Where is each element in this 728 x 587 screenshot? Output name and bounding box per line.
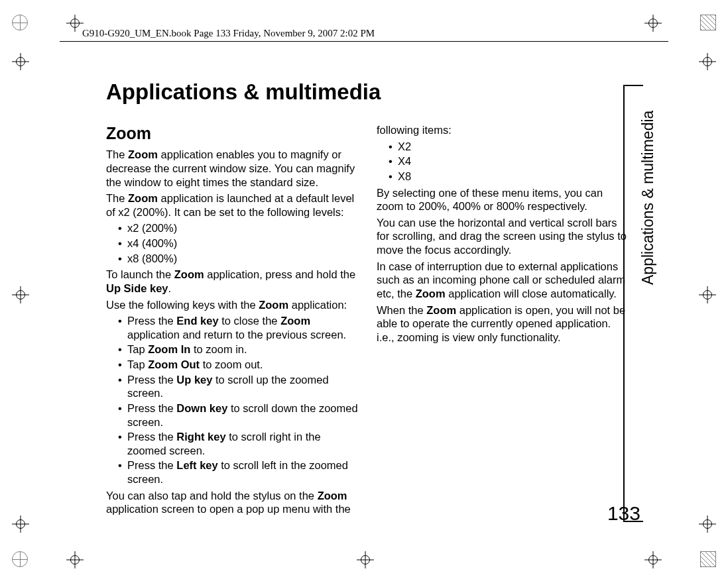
- header-rule: [60, 41, 668, 42]
- text-bold: Zoom: [128, 192, 158, 204]
- text: Press the: [127, 374, 176, 386]
- paragraph: When the Zoom application is open, you w…: [377, 303, 630, 345]
- section-heading: Zoom: [106, 123, 359, 144]
- list-item: Press the Left key to scroll left in the…: [118, 458, 359, 486]
- key-usage-list: Press the End key to close the Zoom appl…: [106, 314, 359, 486]
- text-bold: Zoom: [174, 268, 204, 280]
- list-item: X8: [389, 170, 630, 184]
- list-item: Tap Zoom In to zoom in.: [118, 343, 359, 356]
- text-bold: Zoom: [128, 148, 158, 160]
- crop-target-icon: [66, 551, 84, 568]
- crop-target-icon: [12, 53, 29, 70]
- text: The: [106, 192, 128, 204]
- text: Tap: [127, 358, 148, 370]
- list-item: x4 (400%): [118, 237, 359, 250]
- text: to close the: [219, 315, 281, 327]
- text: application, press and hold the: [204, 268, 355, 280]
- text-bold: Up Side key: [106, 282, 168, 294]
- text-bold: Zoom: [280, 315, 310, 327]
- list-item: Press the Up key to scroll up the zoomed…: [118, 373, 359, 400]
- chapter-title: Applications & multimedia: [106, 80, 630, 105]
- text: The: [106, 148, 128, 160]
- paragraph: The Zoom application is launched at a de…: [106, 191, 359, 219]
- crop-target-icon: [644, 551, 662, 568]
- color-patch-icon: [700, 551, 716, 567]
- paragraph: By selecting one of these menu items, yo…: [377, 186, 630, 213]
- text-bold: Zoom Out: [148, 358, 200, 370]
- text: Press the: [127, 315, 176, 327]
- text: application:: [288, 299, 347, 311]
- text: Press the: [127, 459, 176, 471]
- paragraph: To launch the Zoom application, press an…: [106, 268, 359, 295]
- list-item: Press the Down key to scroll down the zo…: [118, 401, 359, 429]
- running-header: G910-G920_UM_EN.book Page 133 Friday, No…: [80, 28, 377, 39]
- crop-target-icon: [699, 53, 716, 70]
- text-bold: Right key: [176, 431, 225, 443]
- text-bold: Down key: [176, 402, 227, 414]
- text: .: [168, 282, 172, 294]
- list-item: X2: [389, 140, 630, 154]
- text-bold: Zoom: [318, 490, 347, 502]
- text-bold: Zoom: [259, 299, 288, 311]
- text-bold: Up key: [176, 374, 212, 386]
- text: application will close automatically.: [446, 288, 617, 299]
- color-patch-icon: [700, 15, 716, 30]
- crop-target-icon: [699, 286, 716, 303]
- list-item: Tap Zoom Out to zoom out.: [118, 358, 359, 372]
- crop-target-icon: [12, 515, 29, 533]
- paragraph: In case of interruption due to external …: [377, 260, 630, 301]
- paragraph: You can use the horizontal and vertical …: [377, 216, 630, 257]
- text: to zoom out.: [200, 358, 263, 370]
- paragraph: The Zoom application enables you to magn…: [106, 148, 359, 189]
- text: When the: [377, 304, 426, 316]
- crop-target-icon: [12, 286, 29, 303]
- list-item: x2 (200%): [118, 221, 359, 235]
- crop-target-icon: [644, 15, 662, 32]
- text: Tap: [127, 343, 148, 355]
- text: To launch the: [106, 268, 174, 280]
- popup-menu-list: X2 X4 X8: [377, 140, 630, 184]
- text-bold: Zoom: [416, 288, 446, 299]
- crop-target-icon: [357, 551, 374, 568]
- text: Press the: [127, 431, 176, 443]
- side-tab-label: Applications & multimedia: [639, 111, 657, 285]
- text: to zoom in.: [190, 343, 247, 355]
- list-item: Press the Right key to scroll right in t…: [118, 430, 359, 457]
- crop-target-icon: [699, 515, 716, 533]
- text-bold: Zoom: [426, 304, 456, 316]
- text: You can also tap and hold the stylus on …: [106, 490, 318, 502]
- paragraph: Use the following keys with the Zoom app…: [106, 298, 359, 312]
- list-item: Press the End key to close the Zoom appl…: [118, 314, 359, 341]
- text-bold: Left key: [176, 459, 217, 471]
- text: application and return to the previous s…: [127, 329, 346, 341]
- page-body: Applications & multimedia Zoom The Zoom …: [106, 80, 630, 521]
- registration-mark-icon: [12, 551, 28, 567]
- zoom-levels-list: x2 (200%) x4 (400%) x8 (800%): [106, 221, 359, 265]
- text: Use the following keys with the: [106, 299, 259, 311]
- text: Press the: [127, 402, 176, 414]
- text-columns: Zoom The Zoom application enables you to…: [106, 123, 630, 521]
- list-item: X4: [389, 154, 630, 168]
- list-item: x8 (800%): [118, 252, 359, 266]
- text-bold: End key: [176, 315, 218, 327]
- registration-mark-icon: [12, 15, 28, 30]
- text-bold: Zoom In: [148, 343, 190, 355]
